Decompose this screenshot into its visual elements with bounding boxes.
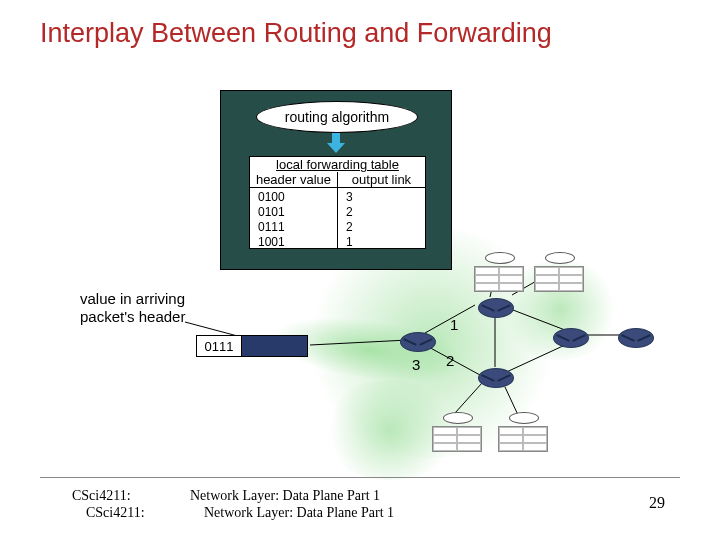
host-icon: [474, 252, 526, 290]
router-node: [478, 298, 514, 318]
page-number: 29: [649, 494, 665, 512]
arriving-packet: 0111: [196, 335, 308, 357]
forwarding-table-title: local forwarding table: [250, 157, 425, 172]
fwd-col-links: 3 2 2 1: [338, 188, 425, 248]
col-header-value: header value: [250, 172, 338, 188]
host-icon: [534, 252, 586, 290]
table-cell: 3: [346, 190, 417, 205]
footer-line: Network Layer: Data Plane Part 1: [190, 505, 394, 522]
table-cell: 1001: [258, 235, 329, 250]
footer-lecture-title: Network Layer: Data Plane Part 1 Network…: [190, 488, 394, 522]
footer-line: CSci4211:: [72, 488, 145, 505]
col-header-link: output link: [338, 172, 425, 188]
router-detail-box: routing algorithm local forwarding table…: [220, 90, 452, 270]
port-label-2: 2: [446, 352, 454, 369]
router-node: [618, 328, 654, 348]
footer-divider: [40, 477, 680, 478]
routing-algorithm-oval: routing algorithm: [256, 101, 418, 133]
slide-title: Interplay Between Routing and Forwarding: [40, 18, 552, 49]
table-cell: 2: [346, 220, 417, 235]
footer-course-code: CSci4211: CSci4211:: [72, 488, 145, 522]
footer-line: CSci4211:: [72, 505, 145, 522]
port-label-1: 1: [450, 316, 458, 333]
port-label-3: 3: [412, 356, 420, 373]
host-icon: [432, 412, 484, 450]
table-cell: 0111: [258, 220, 329, 235]
router-node: [553, 328, 589, 348]
packet-header-field: 0111: [197, 336, 242, 356]
footer-line: Network Layer: Data Plane Part 1: [190, 488, 394, 505]
table-cell: 0100: [258, 190, 329, 205]
table-cell: 0101: [258, 205, 329, 220]
host-icon: [498, 412, 550, 450]
label-line: value in arriving: [80, 290, 185, 308]
label-line: packet's header: [80, 308, 185, 326]
forwarding-table: local forwarding table header value outp…: [249, 156, 426, 249]
router-node: [478, 368, 514, 388]
table-cell: 2: [346, 205, 417, 220]
table-cell: 1: [346, 235, 417, 250]
value-in-packet-label: value in arriving packet's header: [80, 290, 185, 326]
router-node-main: [400, 332, 436, 352]
fwd-col-headers: 0100 0101 0111 1001: [250, 188, 338, 248]
